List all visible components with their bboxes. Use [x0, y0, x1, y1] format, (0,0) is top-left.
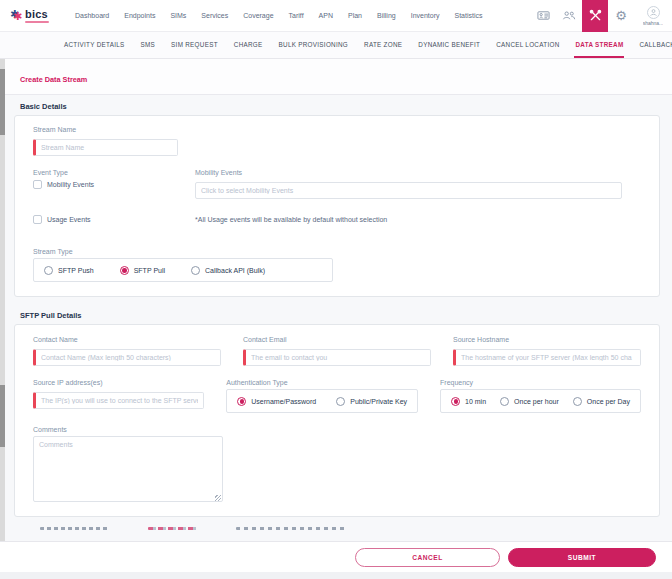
- authentication-type-group: Authentication Type Username/Password Pu…: [226, 379, 418, 413]
- source-ip-group: Source IP address(es): [33, 379, 204, 413]
- radio-once-per-hour-label: Once per hour: [514, 398, 559, 405]
- tab-activity-details[interactable]: ACTIVITY DETAILS: [63, 32, 126, 58]
- tools-icon-active-tab[interactable]: [582, 0, 608, 32]
- radio-sftp-push[interactable]: SFTP Push: [44, 266, 94, 275]
- comments-textarea[interactable]: [33, 436, 223, 502]
- left-scrollbar-track[interactable]: [0, 59, 5, 579]
- tab-sim-request[interactable]: SIM REQUEST: [170, 32, 219, 58]
- nav-endpoints[interactable]: Endpoints: [124, 12, 155, 19]
- top-header: ✱✱ bics Dashboard Endpoints SIMs Service…: [0, 0, 672, 32]
- frequency-label: Frequency: [440, 379, 641, 386]
- radio-10-min-label: 10 min: [465, 398, 486, 405]
- app-window: ✱✱ bics Dashboard Endpoints SIMs Service…: [0, 0, 672, 579]
- header-icons: ⚙ shahna...: [530, 0, 672, 32]
- radio-icon: [336, 397, 345, 406]
- cancel-button[interactable]: CANCEL: [355, 548, 500, 567]
- radio-public-private-key[interactable]: Public/Private Key: [336, 397, 407, 406]
- radio-username-password[interactable]: Username/Password: [237, 397, 316, 406]
- usage-events-checkbox[interactable]: [33, 215, 42, 224]
- scrollbar-thumb[interactable]: [0, 385, 5, 447]
- clipped-text-fragment: [40, 527, 110, 530]
- tab-cancel-location[interactable]: CANCEL LOCATION: [495, 32, 560, 58]
- nav-services[interactable]: Services: [201, 12, 228, 19]
- radio-icon: [191, 266, 200, 275]
- usage-events-checkbox-row[interactable]: Usage Events: [33, 215, 191, 224]
- radio-10-min[interactable]: 10 min: [451, 397, 486, 406]
- mobility-events-select-group: Mobility Events: [195, 169, 641, 199]
- user-menu[interactable]: shahna...: [636, 6, 670, 26]
- clipped-text-fragment: [148, 527, 198, 530]
- clipped-text-row: [40, 526, 672, 534]
- radio-username-password-label: Username/Password: [251, 398, 316, 405]
- form-action-bar: CANCEL SUBMIT: [0, 541, 672, 579]
- usage-events-note: *All Usage events will be available by d…: [195, 216, 641, 223]
- mobility-events-checkbox[interactable]: [33, 180, 42, 189]
- tab-charge[interactable]: CHARGE: [233, 32, 264, 58]
- stream-type-radio-group: SFTP Push SFTP Pull Callback API (Bulk): [33, 258, 333, 282]
- nav-sims[interactable]: SIMs: [170, 12, 186, 19]
- nav-tariff[interactable]: Tariff: [289, 12, 304, 19]
- mobility-events-checkbox-row[interactable]: Mobility Events: [33, 180, 191, 189]
- submit-button[interactable]: SUBMIT: [508, 548, 656, 567]
- service-tabs: ACTIVITY DETAILS SMS SIM REQUEST CHARGE …: [0, 32, 672, 59]
- bics-logo-tagline: [25, 21, 49, 23]
- basic-details-panel: Stream Name Event Type Mobility Events M…: [14, 115, 660, 297]
- nav-dashboard[interactable]: Dashboard: [75, 12, 109, 19]
- radio-selected-icon: [120, 266, 129, 275]
- stream-name-input[interactable]: [33, 139, 178, 156]
- contact-email-group: Contact Email: [243, 336, 431, 366]
- radio-once-per-day-label: Once per Day: [587, 398, 630, 405]
- mobility-events-select[interactable]: [195, 182, 622, 199]
- authentication-type-label: Authentication Type: [226, 379, 418, 386]
- tab-bulk-provisioning[interactable]: BULK PROVISIONING: [278, 32, 349, 58]
- contact-name-label: Contact Name: [33, 336, 221, 343]
- textarea-resize-handle[interactable]: [215, 495, 221, 501]
- mobility-events-select-label: Mobility Events: [195, 169, 641, 176]
- gear-icon[interactable]: ⚙: [608, 0, 634, 32]
- stream-type-label: Stream Type: [33, 248, 641, 255]
- contact-email-input[interactable]: [243, 349, 431, 366]
- stream-type-group: Stream Type SFTP Push SFTP Pull Callback…: [33, 248, 641, 282]
- authentication-type-radio-group: Username/Password Public/Private Key: [226, 389, 418, 413]
- contact-name-input[interactable]: [33, 349, 221, 366]
- nav-statistics[interactable]: Statistics: [455, 12, 483, 19]
- radio-selected-icon: [237, 397, 246, 406]
- frequency-group: Frequency 10 min Once per hour Once p: [440, 379, 641, 413]
- page-title-row: Create Data Stream: [0, 59, 672, 95]
- source-hostname-input[interactable]: [453, 349, 641, 366]
- radio-icon: [44, 266, 53, 275]
- nav-plan[interactable]: Plan: [348, 12, 362, 19]
- comments-group: Comments: [33, 426, 641, 506]
- nav-coverage[interactable]: Coverage: [243, 12, 273, 19]
- tab-sms[interactable]: SMS: [140, 32, 157, 58]
- radio-public-private-key-label: Public/Private Key: [350, 398, 407, 405]
- radio-sftp-push-label: SFTP Push: [58, 267, 94, 274]
- stream-name-group: Stream Name: [33, 126, 183, 156]
- basic-details-heading: Basic Details: [20, 102, 672, 111]
- usage-events-checkbox-label: Usage Events: [47, 216, 91, 223]
- radio-selected-icon: [451, 397, 460, 406]
- radio-callback-api-bulk-label: Callback API (Bulk): [205, 267, 265, 274]
- id-card-icon[interactable]: [530, 0, 556, 32]
- scrollbar-thumb[interactable]: [0, 69, 5, 135]
- main-nav: Dashboard Endpoints SIMs Services Covera…: [75, 12, 483, 19]
- radio-callback-api-bulk[interactable]: Callback API (Bulk): [191, 266, 265, 275]
- nav-inventory[interactable]: Inventory: [411, 12, 440, 19]
- bics-logo-text: bics: [25, 9, 49, 20]
- source-ip-input[interactable]: [33, 392, 204, 409]
- radio-sftp-pull[interactable]: SFTP Pull: [120, 266, 165, 275]
- bics-logo[interactable]: ✱✱ bics: [10, 9, 49, 23]
- tab-dynamic-benefit[interactable]: DYNAMIC BENEFIT: [417, 32, 481, 58]
- contact-email-label: Contact Email: [243, 336, 431, 343]
- tab-callback-api[interactable]: CALLBACK API: [638, 32, 672, 58]
- users-icon[interactable]: [556, 0, 582, 32]
- mobility-events-checkbox-label: Mobility Events: [47, 181, 94, 188]
- nav-billing[interactable]: Billing: [377, 12, 396, 19]
- radio-once-per-hour[interactable]: Once per hour: [500, 397, 559, 406]
- sftp-pull-details-panel: Contact Name Contact Email Source Hostna…: [14, 324, 660, 517]
- radio-once-per-day[interactable]: Once per Day: [573, 397, 630, 406]
- tab-rate-zone[interactable]: RATE ZONE: [363, 32, 403, 58]
- nav-apn[interactable]: APN: [319, 12, 333, 19]
- tab-data-stream[interactable]: DATA STREAM: [574, 32, 624, 58]
- source-hostname-group: Source Hostname: [453, 336, 641, 366]
